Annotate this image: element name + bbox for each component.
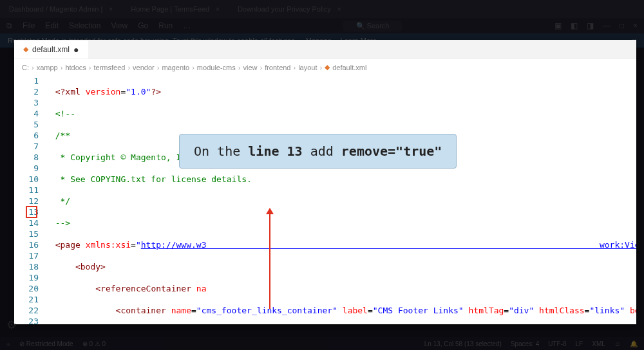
layout-icon[interactable]: ▣ [554,21,562,30]
menu-item[interactable]: Go [138,21,148,30]
editor-tab-label: default.xml [32,45,70,54]
menu-item[interactable]: Selection [69,21,100,30]
close-icon[interactable]: × [109,6,113,13]
browser-tab[interactable]: Download your Privacy Policy× [229,3,350,15]
arrow-icon [269,209,270,309]
remote-icon[interactable]: ⟐ [6,340,10,347]
status-bar: ⟐ ⊘ Restricted Mode ⊗ 0 ⚠ 0 Ln 13, Col 5… [0,337,644,350]
menu-item[interactable]: File [23,21,35,30]
editor-area: ◆ default.xml ● C:› xampp› htdocs› terms… [14,40,636,324]
feedback-icon[interactable]: ☺ [614,340,621,347]
bell-icon[interactable]: 🔔 [630,340,638,347]
close-icon[interactable]: × [337,6,341,13]
lang-status[interactable]: XML [592,340,605,347]
indent-status[interactable]: Spaces: 4 [511,340,539,347]
menu-item[interactable]: Edit [45,21,59,30]
instruction-tooltip: On the line 13 add remove="true" [179,134,457,169]
layout-icon[interactable]: ◨ [587,21,594,30]
vscode-icon: ⧉ [6,21,12,30]
xml-file-icon: ◆ [325,63,330,71]
code-editor[interactable]: 1234567891011121314151617181920212223 <?… [14,75,636,324]
menu-item[interactable]: … [183,21,191,30]
eol-status[interactable]: LF [576,340,583,347]
encoding-status[interactable]: UTF-8 [548,340,566,347]
problems-status[interactable]: ⊗ 0 ⚠ 0 [82,340,106,347]
search-input[interactable]: 🔍 Search [343,21,402,32]
modified-icon: ● [73,44,79,55]
menu-item[interactable]: Run [158,21,173,30]
menu-item[interactable]: View [111,21,128,30]
minimize-icon[interactable]: — [603,21,611,30]
editor-tab[interactable]: ◆ default.xml ● [14,41,88,59]
layout-icon[interactable]: ◧ [571,21,578,30]
close-icon[interactable]: × [633,21,638,30]
line-gutter: 1234567891011121314151617181920212223 [14,75,45,324]
cursor-position[interactable]: Ln 13, Col 58 (13 selected) [424,340,502,347]
editor-tabs: ◆ default.xml ● [14,40,636,59]
browser-tab[interactable]: Home Page | TermsFeed× [122,3,229,15]
xml-file-icon: ◆ [23,45,28,53]
maximize-icon[interactable]: □ [620,21,624,30]
restricted-status[interactable]: ⊘ Restricted Mode [19,340,73,347]
browser-tab[interactable]: Dashboard / Magento Admin |× [0,3,122,15]
browser-title-bar: Dashboard / Magento Admin |× Home Page |… [0,0,644,18]
breadcrumb[interactable]: C:› xampp› htdocs› termsfeed› vendor› ma… [14,59,636,75]
code-lines[interactable]: <?xml version="1.0"?> <!-- /** * Copyrig… [45,75,636,324]
close-icon[interactable]: × [216,6,220,13]
settings-gear-icon[interactable]: ⚙ [6,318,17,332]
menu-bar: ⧉ File Edit Selection View Go Run … 🔍 Se… [0,18,644,33]
